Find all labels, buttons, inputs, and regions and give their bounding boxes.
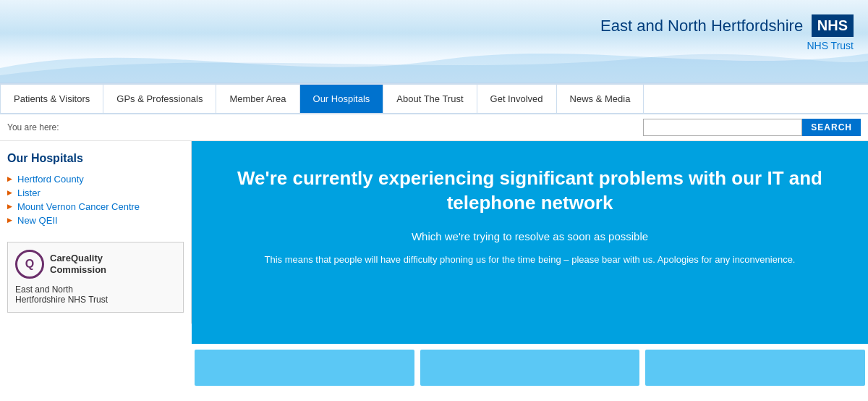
- cqc-inner: Q CareQuality Commission: [15, 250, 176, 279]
- nav-item-our-hospitals[interactable]: Our Hospitals: [300, 85, 384, 113]
- header: East and North Hertfordshire NHS NHS Tru…: [0, 0, 868, 83]
- sidebar-link-new-qeii[interactable]: New QEII: [7, 214, 184, 227]
- sidebar-link-hertford-county[interactable]: Hertford County: [7, 172, 184, 186]
- cqc-trust-text: East and NorthHertfordshire NHS Trust: [15, 284, 176, 305]
- cqc-logo-icon: Q: [15, 250, 44, 279]
- sidebar: Our Hospitals Hertford CountyListerMount…: [0, 141, 192, 324]
- cards-area: [192, 344, 868, 386]
- nhs-badge: NHS: [812, 14, 854, 37]
- trust-name: East and North Hertfordshire: [600, 17, 803, 35]
- cqc-box: Q CareQuality Commission East and NorthH…: [7, 242, 184, 313]
- content-area: We're currently experiencing significant…: [192, 141, 868, 394]
- sidebar-heading: Our Hospitals: [7, 152, 184, 165]
- search-area: SEARCH: [643, 119, 861, 136]
- main-nav: Patients & VisitorsGPs & ProfessionalsMe…: [0, 83, 868, 114]
- nav-item-news---media[interactable]: News & Media: [557, 85, 644, 113]
- alert-body: This means that people will have difficu…: [221, 253, 839, 267]
- sidebar-link-mount-vernon-cancer-centre[interactable]: Mount Vernon Cancer Centre: [7, 200, 184, 214]
- header-logo: East and North Hertfordshire NHS NHS Tru…: [600, 14, 854, 51]
- alert-title: We're currently experiencing significant…: [221, 166, 839, 216]
- bottom-card-2: [420, 350, 640, 386]
- sidebar-link-lister[interactable]: Lister: [7, 186, 184, 200]
- nav-item-patients---visitors[interactable]: Patients & Visitors: [0, 85, 103, 113]
- main-content: Our Hospitals Hertford CountyListerMount…: [0, 141, 868, 394]
- nav-item-gps---professionals[interactable]: GPs & Professionals: [103, 85, 216, 113]
- bottom-card-3: [645, 350, 865, 386]
- sidebar-links: Hertford CountyListerMount Vernon Cancer…: [7, 172, 184, 227]
- bottom-card-1: [195, 350, 414, 386]
- search-input[interactable]: [643, 119, 802, 136]
- nav-item-member-area[interactable]: Member Area: [216, 85, 299, 113]
- nhs-trust-line: NHS Trust: [600, 40, 854, 51]
- nav-item-get-involved[interactable]: Get Involved: [477, 85, 557, 113]
- cqc-name: CareQuality Commission: [50, 253, 106, 275]
- breadcrumb-bar: You are here: SEARCH: [0, 114, 868, 141]
- breadcrumb-text: You are here:: [7, 122, 59, 132]
- search-button[interactable]: SEARCH: [802, 119, 861, 136]
- alert-subtitle: Which we're trying to resolve as soon as…: [221, 230, 839, 242]
- alert-banner: We're currently experiencing significant…: [192, 141, 868, 344]
- nav-item-about-the-trust[interactable]: About The Trust: [383, 85, 477, 113]
